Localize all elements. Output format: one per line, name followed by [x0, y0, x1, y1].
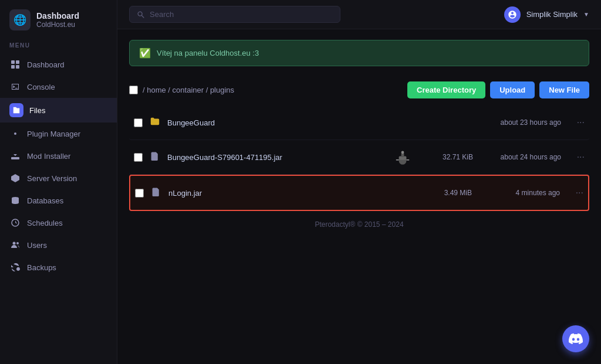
banner-check-icon: ✅ — [139, 47, 151, 59]
sidebar-item-files-label: Files — [29, 106, 45, 115]
svg-point-9 — [16, 242, 19, 244]
folder-icon — [148, 116, 161, 129]
svg-rect-2 — [11, 65, 15, 69]
menu-label: MENU — [0, 42, 117, 53]
sidebar-item-console-label: Console — [27, 83, 55, 91]
file-checkbox[interactable] — [134, 153, 143, 162]
sidebar-item-files[interactable]: Files — [0, 98, 117, 123]
backups-icon — [9, 261, 21, 273]
file-name: BungeeGuard — [167, 118, 385, 127]
brand-logo-icon: 🌐 — [13, 13, 26, 26]
svg-point-4 — [14, 132, 16, 135]
sidebar-item-mod-installer-label: Mod Installer — [27, 152, 70, 161]
svg-rect-13 — [401, 154, 404, 157]
table-row[interactable]: BungeeGuard about 23 hours ago ··· — [129, 106, 589, 140]
file-more-icon[interactable]: ··· — [567, 117, 585, 128]
sidebar-item-dashboard[interactable]: Dashboard — [0, 53, 117, 76]
file-checkbox[interactable] — [134, 118, 143, 127]
server-version-icon — [9, 172, 21, 184]
brand-logo: 🌐 — [9, 9, 31, 30]
file-size: 3.49 MiB — [419, 189, 472, 197]
topbar: Simplik Simplik ▼ — [117, 0, 601, 29]
svg-point-14 — [401, 151, 404, 154]
mod-installer-icon — [9, 150, 21, 162]
brand-title: Dashboard — [36, 11, 79, 21]
avatar — [504, 6, 521, 23]
file-date: 4 minutes ago — [478, 189, 560, 197]
footer-text: Pterodactyl® © 2015 – 2024 — [129, 211, 589, 231]
file-doc-icon — [148, 151, 161, 163]
svg-rect-3 — [16, 65, 19, 69]
create-directory-button[interactable]: Create Directory — [407, 81, 485, 98]
databases-icon — [9, 195, 21, 206]
brand-area: 🌐 Dashboard ColdHost.eu — [0, 9, 117, 42]
user-area[interactable]: Simplik Simplik ▼ — [504, 6, 589, 23]
users-icon — [9, 239, 21, 251]
file-size: 32.71 KiB — [420, 153, 473, 161]
new-file-button[interactable]: New File — [539, 81, 589, 98]
sidebar-item-plugin-manager[interactable]: Plugin Manager — [0, 123, 117, 145]
table-row[interactable]: nLogin.jar 3.49 MiB 4 minutes ago ··· — [129, 175, 589, 211]
plugin-manager-icon — [9, 128, 21, 140]
file-thumb-empty — [390, 181, 413, 205]
files-icon — [9, 103, 23, 117]
file-thumb-jar — [391, 145, 414, 169]
discord-fab[interactable] — [562, 325, 589, 352]
svg-rect-5 — [11, 157, 19, 159]
file-manager-header: / home / container / plugins Create Dire… — [129, 78, 589, 102]
chevron-down-icon: ▼ — [583, 11, 589, 18]
svg-point-8 — [13, 242, 16, 245]
svg-rect-0 — [11, 60, 15, 64]
sidebar-item-schedules[interactable]: Schedules — [0, 212, 117, 234]
file-doc-icon — [150, 187, 163, 199]
file-list: BungeeGuard about 23 hours ago ··· Bunge… — [129, 106, 589, 211]
file-more-icon[interactable]: ··· — [567, 152, 585, 162]
sidebar-item-mod-installer[interactable]: Mod Installer — [0, 145, 117, 167]
file-name: BungeeGuard-S79601-471195.jar — [167, 153, 385, 162]
table-row[interactable]: BungeeGuard-S79601-471195.jar 32.71 KiB … — [129, 140, 589, 175]
breadcrumb: / home / container / plugins — [143, 86, 234, 94]
brand-subtitle: ColdHost.eu — [36, 21, 79, 29]
sidebar-item-backups[interactable]: Backups — [0, 256, 117, 278]
brand-text: Dashboard ColdHost.eu — [36, 11, 79, 29]
banner-message: Vítej na panelu Coldhost.eu :3 — [157, 49, 259, 57]
file-name: nLogin.jar — [168, 189, 384, 198]
file-more-icon[interactable]: ··· — [566, 188, 583, 198]
action-buttons: Create Directory Upload New File — [407, 81, 589, 98]
sidebar-item-databases-label: Databases — [27, 196, 63, 205]
select-all-checkbox[interactable] — [129, 86, 138, 94]
sidebar-item-server-version-label: Server Version — [27, 174, 77, 183]
banner: ✅ Vítej na panelu Coldhost.eu :3 — [129, 40, 589, 66]
file-thumb-empty — [391, 111, 414, 134]
sidebar-item-console[interactable]: Console — [0, 76, 117, 98]
main-content: Simplik Simplik ▼ ✅ Vítej na panelu Cold… — [117, 0, 601, 364]
sidebar-item-users[interactable]: Users — [0, 234, 117, 256]
search-input[interactable] — [150, 10, 333, 19]
sidebar-item-users-label: Users — [27, 241, 47, 250]
console-icon — [9, 81, 21, 93]
sidebar-item-server-version[interactable]: Server Version — [0, 167, 117, 189]
sidebar: 🌐 Dashboard ColdHost.eu MENU Dashboard C… — [0, 0, 117, 364]
schedules-icon — [9, 217, 21, 229]
sidebar-item-backups-label: Backups — [27, 263, 56, 272]
content-area: ✅ Vítej na panelu Coldhost.eu :3 / home … — [117, 29, 601, 364]
sidebar-item-plugin-manager-label: Plugin Manager — [27, 130, 80, 138]
file-checkbox[interactable] — [135, 189, 144, 198]
path-area: / home / container / plugins — [129, 86, 234, 94]
upload-button[interactable]: Upload — [490, 81, 535, 98]
file-date: about 24 hours ago — [479, 153, 561, 161]
user-name: Simplik Simplik — [526, 10, 578, 19]
sidebar-item-schedules-label: Schedules — [27, 219, 63, 227]
sidebar-item-databases[interactable]: Databases — [0, 189, 117, 212]
search-icon — [137, 11, 145, 19]
search-wrap[interactable] — [129, 6, 340, 23]
dashboard-icon — [9, 59, 21, 70]
svg-rect-1 — [16, 60, 19, 64]
sidebar-item-dashboard-label: Dashboard — [27, 60, 65, 69]
file-date: about 23 hours ago — [479, 118, 561, 127]
